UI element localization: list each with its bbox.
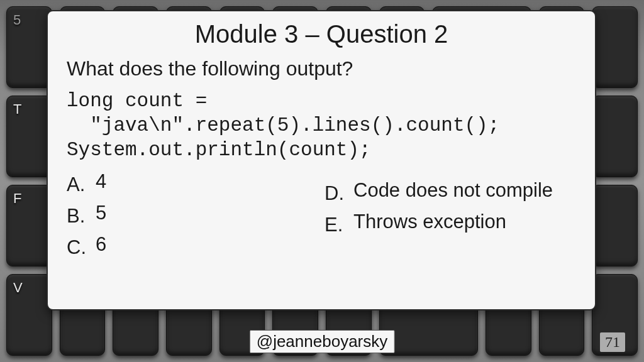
answers-left-col: A. 4 B. 5 C. 6: [67, 170, 299, 264]
key: F: [6, 185, 52, 266]
key: T: [6, 96, 52, 177]
answer-text: Code does not compile: [353, 178, 576, 209]
answers-area: A. 4 B. 5 C. 6 D. Code does not compile …: [67, 170, 576, 264]
answer-e: E. Throws exception: [325, 210, 576, 240]
answer-d: D. Code does not compile: [325, 178, 576, 209]
answer-text: 6: [96, 233, 299, 263]
key: [592, 96, 638, 177]
answer-c: C. 6: [67, 233, 299, 263]
answer-a: A. 4: [67, 170, 299, 200]
key: 5: [6, 6, 52, 88]
answer-text: 5: [96, 201, 299, 231]
key: [592, 6, 638, 88]
slide-title: Module 3 – Question 2: [67, 20, 576, 48]
answer-b: B. 5: [67, 201, 299, 231]
answer-text: 4: [96, 170, 299, 200]
key: V: [6, 274, 52, 356]
question-text: What does the following output?: [67, 57, 576, 80]
answer-letter: A.: [67, 170, 88, 200]
answer-letter: B.: [67, 201, 88, 231]
answers-right-col: D. Code does not compile E. Throws excep…: [325, 170, 576, 264]
slide-number: 71: [600, 332, 625, 352]
code-block: long count = "java\n".repeat(5).lines().…: [67, 89, 576, 162]
answer-letter: C.: [67, 233, 88, 263]
presenter-handle: @jeanneboyarsky: [250, 330, 395, 353]
slide-card: Module 3 – Question 2 What does the foll…: [47, 10, 596, 310]
key: [592, 185, 638, 266]
answer-letter: E.: [325, 210, 346, 240]
answer-text: Throws exception: [353, 210, 576, 240]
answer-letter: D.: [325, 178, 346, 209]
